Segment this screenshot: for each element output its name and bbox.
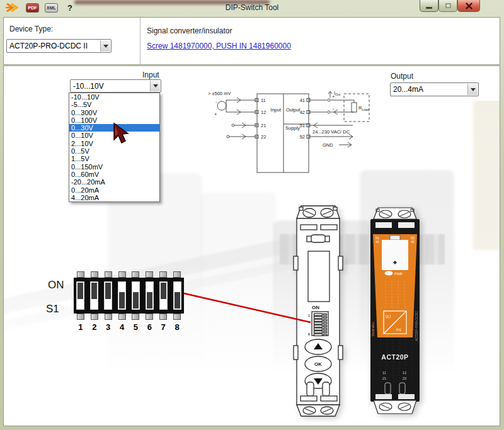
- main-panel: Input -10...10V Output 20...4mA: [3, 65, 500, 426]
- chevron-down-icon: [467, 84, 478, 95]
- device-type-value: ACT20P-PRO-DCDC II: [9, 40, 100, 52]
- svg-text:OK: OK: [314, 361, 322, 367]
- close-icon: [466, 3, 472, 9]
- input-option[interactable]: 0...60mV: [69, 171, 159, 178]
- input-option[interactable]: 0...20mA: [69, 186, 159, 194]
- input-value: -10...10V: [73, 80, 149, 93]
- dip-switch-5[interactable]: [132, 281, 140, 310]
- svg-text:21: 21: [382, 376, 387, 380]
- panel-divider: [140, 18, 140, 64]
- svg-text:22: 22: [403, 376, 407, 380]
- svg-text:24...230 VAC/ DC: 24...230 VAC/ DC: [312, 129, 350, 135]
- svg-text:Output: Output: [286, 107, 301, 113]
- input-option[interactable]: 0...5V: [69, 147, 159, 155]
- svg-text:PWR: PWR: [394, 272, 403, 276]
- input-option[interactable]: 4...20mA: [69, 194, 159, 201]
- titlebar: PDF XML ? DIP-Switch Tool: [0, 0, 504, 17]
- chevron-down-icon: [150, 81, 160, 91]
- svg-text:Supply: Supply: [285, 125, 300, 131]
- device-description: Signal converter/insulator: [147, 26, 232, 35]
- input-options-list: -10...10V -5...5V 0...300V 0...100V 0...…: [69, 93, 160, 202]
- svg-text:41: 41: [375, 240, 379, 244]
- output-value: 20...4mA: [393, 83, 467, 96]
- dip-switch-1[interactable]: [76, 281, 84, 310]
- svg-text:21: 21: [261, 123, 266, 128]
- input-option[interactable]: 0...300V: [69, 109, 159, 116]
- minimize-icon: [426, 7, 432, 9]
- input-option[interactable]: -10...10V: [69, 93, 159, 101]
- svg-text:42: 42: [411, 240, 415, 244]
- dip-switch-8[interactable]: [173, 281, 181, 310]
- dip-switch-6[interactable]: [146, 281, 154, 310]
- dip-s1-label: S1: [46, 303, 59, 315]
- device-photo-orange: 51 41 52 42 PWR U,I PS ACT20P 11: [368, 207, 422, 416]
- pwr-led: [385, 271, 393, 276]
- wiring-diagram: > ±500 mV - + Input Output Supply 1112 2…: [205, 89, 385, 180]
- chevron-down-icon: [100, 40, 110, 52]
- svg-text:+: +: [214, 111, 217, 117]
- svg-text:PS: PS: [396, 328, 401, 332]
- svg-text:12: 12: [403, 371, 407, 375]
- dip-switch-2[interactable]: [90, 281, 98, 310]
- window-controls: [420, 0, 480, 12]
- svg-text:IOut: IOut: [334, 90, 341, 96]
- svg-text:> ±500 mV: > ±500 mV: [208, 91, 231, 96]
- input-option[interactable]: -20...20mA: [69, 178, 159, 186]
- dip-switch-3[interactable]: [104, 281, 112, 310]
- device-panel: Device Type: ACT20P-PRO-DCDC II Signal c…: [3, 17, 500, 65]
- input-label: Input: [142, 71, 159, 79]
- svg-text:52: 52: [300, 134, 305, 140]
- dip-switch-7[interactable]: [159, 281, 168, 310]
- ordering-numbers-link[interactable]: Screw 1481970000, PUSH IN 1481960000: [147, 42, 291, 50]
- maximize-button[interactable]: [438, 0, 457, 12]
- svg-text:41: 41: [300, 98, 305, 103]
- device-front-drawing: ON 1 8 OK: [290, 203, 346, 419]
- minimize-button[interactable]: [420, 0, 438, 12]
- maximize-icon: [445, 3, 451, 8]
- output-label: Output: [391, 72, 413, 81]
- dip-on-label: ON: [48, 279, 64, 291]
- svg-text:51: 51: [300, 123, 305, 128]
- svg-text:-: -: [215, 99, 217, 105]
- device-side-text: ACT20P-PRO-DCDC: [415, 311, 418, 341]
- brand-logo-text: Weidmüller: [372, 322, 375, 336]
- svg-text:42: 42: [300, 110, 305, 115]
- dip-pins-top: [74, 271, 184, 278]
- mouse-cursor-icon: [112, 122, 136, 146]
- svg-text:12: 12: [261, 110, 266, 115]
- svg-text:Input: Input: [270, 107, 282, 113]
- svg-text:GND: GND: [323, 142, 333, 148]
- dip-switch-numbers: 12 34 56 78: [74, 322, 184, 332]
- svg-text:11: 11: [261, 98, 266, 103]
- device-type-label: Device Type:: [9, 25, 53, 33]
- output-select[interactable]: 20...4mA: [390, 82, 479, 96]
- input-select[interactable]: -10...10V: [70, 79, 161, 93]
- close-button[interactable]: [457, 0, 480, 12]
- device-type-select[interactable]: ACT20P-PRO-DCDC II: [6, 39, 112, 53]
- input-option[interactable]: 1...5V: [69, 155, 159, 162]
- svg-text:U,I: U,I: [386, 314, 391, 319]
- dip-switch-body: [74, 278, 184, 314]
- input-option[interactable]: 0...150mV: [69, 163, 159, 171]
- svg-text:RLoad: RLoad: [358, 105, 369, 111]
- dip-switch-4[interactable]: [118, 281, 126, 310]
- svg-text:+: +: [332, 94, 335, 99]
- svg-text:-: -: [333, 106, 335, 111]
- svg-text:11: 11: [382, 371, 387, 375]
- svg-text:22: 22: [261, 134, 266, 140]
- device-dip-on-label: ON: [312, 305, 319, 310]
- svg-text:ACT20P: ACT20P: [381, 353, 408, 361]
- dip-switch-graphic: 12 34 56 78: [74, 271, 184, 332]
- input-option[interactable]: -5...5V: [69, 101, 159, 108]
- dip-pins-bottom: [74, 314, 184, 320]
